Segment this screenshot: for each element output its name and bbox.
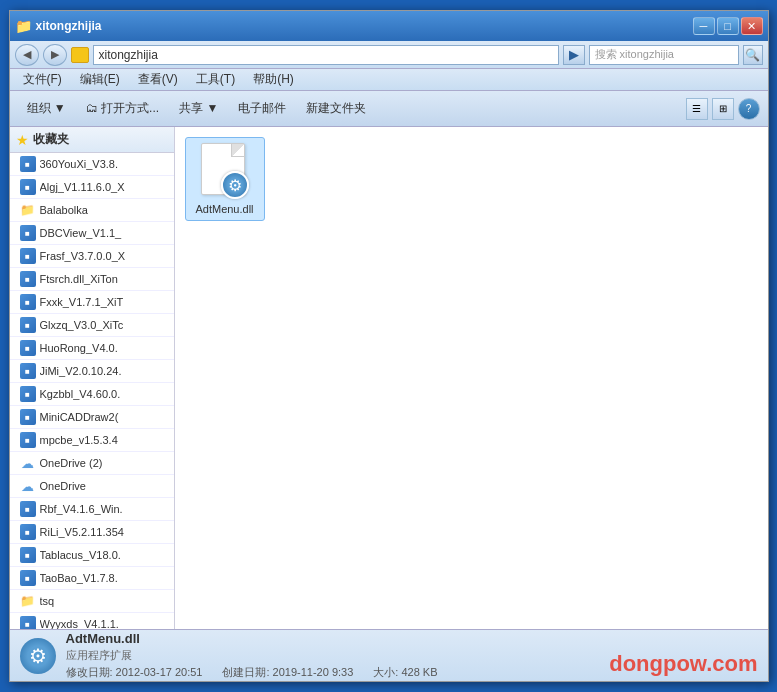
sidebar-item-10[interactable]: ■ Kgzbbl_V4.60.0. (10, 383, 174, 406)
share-button[interactable]: 共享 ▼ (170, 95, 227, 123)
watermark: dongpow.com (609, 651, 757, 677)
sidebar-item-9[interactable]: ■ JiMi_V2.0.10.24. (10, 360, 174, 383)
sidebar-item-17[interactable]: ■ Tablacus_V18.0. (10, 544, 174, 567)
sidebar-item-20[interactable]: ■ Wyyxds_V4.1.1. (10, 613, 174, 629)
star-icon: ★ (16, 132, 29, 148)
sidebar-item-label-15: Rbf_V4.1.6_Win. (40, 503, 166, 515)
view-details-button[interactable]: ⊞ (712, 98, 734, 120)
minimize-button[interactable]: ─ (693, 17, 715, 35)
sidebar-item-2[interactable]: 📁 Balabolka (10, 199, 174, 222)
sidebar-item-7[interactable]: ■ Glxzq_V3.0_XiTc (10, 314, 174, 337)
content-area: ★ 收藏夹 ■ 360YouXi_V3.8. ■ Algj_V1.11.6.0_… (10, 127, 768, 629)
view-toggle-button[interactable]: ☰ (686, 98, 708, 120)
sidebar-item-label-2: Balabolka (40, 204, 166, 216)
sidebar-item-19[interactable]: 📁 tsq (10, 590, 174, 613)
dll-file-icon: ⚙ (201, 143, 249, 199)
installer-icon: ■ (20, 524, 36, 540)
sidebar-item-label-17: Tablacus_V18.0. (40, 549, 166, 561)
menu-help[interactable]: 帮助(H) (245, 69, 302, 90)
sidebar-item-5[interactable]: ■ Ftsrch.dll_XiTon (10, 268, 174, 291)
sidebar-item-13[interactable]: ☁ OneDrive (2) (10, 452, 174, 475)
sidebar-item-label-18: TaoBao_V1.7.8. (40, 572, 166, 584)
close-button[interactable]: ✕ (741, 17, 763, 35)
favorites-header[interactable]: ★ 收藏夹 (10, 127, 174, 153)
new-folder-button[interactable]: 新建文件夹 (297, 95, 375, 123)
menu-view[interactable]: 查看(V) (130, 69, 186, 90)
file-area: ⚙ AdtMenu.dll (175, 127, 768, 629)
status-type: 应用程序扩展 (66, 648, 438, 663)
installer-icon: ■ (20, 432, 36, 448)
statusbar: ⚙ AdtMenu.dll 应用程序扩展 修改日期: 2012-03-17 20… (10, 629, 768, 681)
installer-icon: ■ (20, 570, 36, 586)
maximize-button[interactable]: □ (717, 17, 739, 35)
help-button[interactable]: ? (738, 98, 760, 120)
titlebar-left: 📁 xitongzhijia (15, 18, 102, 34)
path-folder-icon (71, 47, 89, 63)
installer-icon: ■ (20, 340, 36, 356)
status-filename: AdtMenu.dll (66, 631, 438, 646)
installer-icon: ■ (20, 271, 36, 287)
sidebar-item-0[interactable]: ■ 360YouXi_V3.8. (10, 153, 174, 176)
folder-icon: 📁 (20, 593, 36, 609)
gear-icon: ⚙ (221, 171, 249, 199)
installer-icon: ■ (20, 363, 36, 379)
file-item-adtmenu[interactable]: ⚙ AdtMenu.dll (185, 137, 265, 221)
sidebar-item-15[interactable]: ■ Rbf_V4.1.6_Win. (10, 498, 174, 521)
sidebar-item-18[interactable]: ■ TaoBao_V1.7.8. (10, 567, 174, 590)
sidebar-item-label-3: DBCView_V1.1_ (40, 227, 166, 239)
sidebar-item-label-12: mpcbe_v1.5.3.4 (40, 434, 166, 446)
sidebar-item-14[interactable]: ☁ OneDrive (10, 475, 174, 498)
sidebar-item-4[interactable]: ■ Frasf_V3.7.0.0_X (10, 245, 174, 268)
installer-icon: ■ (20, 248, 36, 264)
sidebar-item-8[interactable]: ■ HuoRong_V4.0. (10, 337, 174, 360)
sidebar-item-label-14: OneDrive (40, 480, 166, 492)
organize-button[interactable]: 组织 ▼ (18, 95, 75, 123)
window-title: xitongzhijia (36, 19, 102, 33)
main-window: 📁 xitongzhijia ─ □ ✕ ◀ ▶ xitongzhijia ▶ … (9, 10, 769, 682)
toolbar-right: ☰ ⊞ ? (686, 98, 760, 120)
menu-file[interactable]: 文件(F) (15, 69, 70, 90)
sidebar-item-1[interactable]: ■ Algj_V1.11.6.0_X (10, 176, 174, 199)
status-meta: 修改日期: 2012-03-17 20:51 创建日期: 2019-11-20 … (66, 665, 438, 680)
forward-button[interactable]: ▶ (43, 44, 67, 66)
toolbar: 组织 ▼ 🗂 打开方式... 共享 ▼ 电子邮件 新建文件夹 ☰ ⊞ ? (10, 91, 768, 127)
sidebar-item-label-8: HuoRong_V4.0. (40, 342, 166, 354)
sidebar-item-6[interactable]: ■ Fxxk_V1.7.1_XiT (10, 291, 174, 314)
installer-icon: ■ (20, 317, 36, 333)
sidebar-item-16[interactable]: ■ RiLi_V5.2.11.354 (10, 521, 174, 544)
installer-icon: ■ (20, 156, 36, 172)
installer-icon: ■ (20, 501, 36, 517)
cloud-icon: ☁ (20, 455, 36, 471)
file-name-label: AdtMenu.dll (195, 203, 253, 215)
search-button[interactable]: 🔍 (743, 45, 763, 65)
sidebar-item-label-10: Kgzbbl_V4.60.0. (40, 388, 166, 400)
status-size: 大小: 428 KB (373, 665, 437, 680)
email-button[interactable]: 电子邮件 (229, 95, 295, 123)
back-button[interactable]: ◀ (15, 44, 39, 66)
address-path[interactable]: xitongzhijia (93, 45, 559, 65)
path-text: xitongzhijia (99, 48, 158, 62)
installer-icon: ■ (20, 409, 36, 425)
window-folder-icon: 📁 (15, 18, 32, 34)
sidebar-item-label-4: Frasf_V3.7.0.0_X (40, 250, 166, 262)
cloud-icon: ☁ (20, 478, 36, 494)
open-with-button[interactable]: 🗂 打开方式... (77, 95, 168, 123)
sidebar-item-label-9: JiMi_V2.0.10.24. (40, 365, 166, 377)
installer-icon: ■ (20, 294, 36, 310)
sidebar-item-label-7: Glxzq_V3.0_XiTc (40, 319, 166, 331)
sidebar-item-label-13: OneDrive (2) (40, 457, 166, 469)
sidebar-item-12[interactable]: ■ mpcbe_v1.5.3.4 (10, 429, 174, 452)
go-button[interactable]: ▶ (563, 45, 585, 65)
sidebar-item-label-19: tsq (40, 595, 166, 607)
installer-icon: ■ (20, 179, 36, 195)
sidebar-item-3[interactable]: ■ DBCView_V1.1_ (10, 222, 174, 245)
menu-edit[interactable]: 编辑(E) (72, 69, 128, 90)
sidebar-item-label-6: Fxxk_V1.7.1_XiT (40, 296, 166, 308)
installer-icon: ■ (20, 386, 36, 402)
sidebar-item-11[interactable]: ■ MiniCADDraw2( (10, 406, 174, 429)
status-info: AdtMenu.dll 应用程序扩展 修改日期: 2012-03-17 20:5… (66, 631, 438, 680)
favorites-title: 收藏夹 (33, 131, 69, 148)
sidebar-item-label-11: MiniCADDraw2( (40, 411, 166, 423)
menu-tools[interactable]: 工具(T) (188, 69, 243, 90)
installer-icon: ■ (20, 225, 36, 241)
